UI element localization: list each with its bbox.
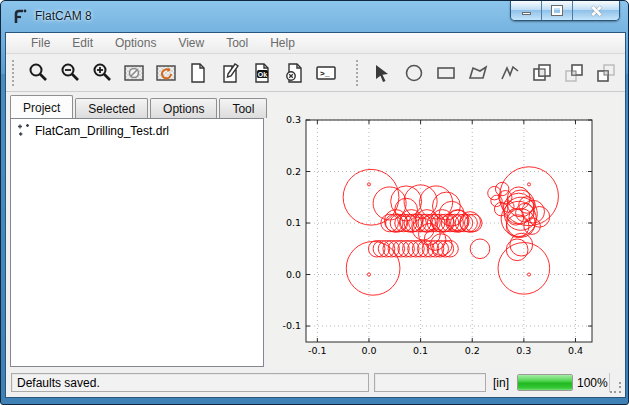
plot-figure[interactable]: -0.10.00.10.20.30.4-0.10.00.10.20.3 (268, 95, 623, 369)
polygon-icon (467, 62, 489, 84)
menu-help[interactable]: Help (259, 34, 306, 52)
tab-tool[interactable]: Tool (219, 98, 267, 118)
title-bar[interactable]: FlatCAM 8 (1, 1, 628, 32)
new-document-icon (187, 62, 209, 84)
cut-button[interactable] (590, 58, 622, 88)
cut-icon (595, 62, 617, 84)
flatcam-app-icon (12, 8, 29, 25)
tab-project[interactable]: Project (10, 95, 73, 118)
circle-icon (403, 62, 425, 84)
toolbar: Ok >_ (6, 55, 625, 92)
replot-button[interactable] (150, 58, 182, 88)
status-secondary-box (374, 373, 486, 392)
svg-text:0.2: 0.2 (286, 166, 301, 177)
cancel-document-icon (283, 62, 305, 84)
window-title: FlatCAM 8 (35, 9, 92, 23)
close-button[interactable] (573, 1, 619, 20)
menu-view[interactable]: View (167, 34, 215, 52)
minimize-icon (522, 12, 531, 15)
svg-text:0.3: 0.3 (516, 345, 531, 356)
draw-circle-button[interactable] (398, 58, 430, 88)
tab-selected[interactable]: Selected (75, 98, 148, 118)
units-label: [in] (493, 376, 509, 390)
minimize-button[interactable] (511, 1, 542, 20)
union-button[interactable] (526, 58, 558, 88)
menu-edit[interactable]: Edit (61, 34, 104, 52)
progress-bar (517, 374, 573, 391)
svg-text:-0.1: -0.1 (282, 320, 301, 331)
svg-text:0.1: 0.1 (286, 217, 301, 228)
close-icon (590, 5, 602, 17)
project-tree[interactable]: FlatCam_Drilling_Test.drl (10, 118, 264, 367)
draw-polygon-button[interactable] (462, 58, 494, 88)
clear-plot-button[interactable] (118, 58, 150, 88)
new-project-button[interactable] (182, 58, 214, 88)
cursor-arrow-icon (371, 62, 393, 84)
status-bar: Defaults saved. [in] 100% (6, 369, 625, 397)
magnifier-minus-icon (59, 62, 81, 84)
svg-text:-0.1: -0.1 (308, 345, 327, 356)
union-icon (531, 62, 553, 84)
svg-text:0.2: 0.2 (465, 345, 480, 356)
zoom-in-button[interactable] (86, 58, 118, 88)
subtract-icon (563, 62, 585, 84)
svg-text:0.0: 0.0 (286, 269, 301, 280)
grid-clear-icon (123, 62, 145, 84)
svg-text:0.0: 0.0 (361, 345, 376, 356)
shell-button[interactable]: >_ (310, 58, 342, 88)
zoom-out-button[interactable] (54, 58, 86, 88)
select-tool-button[interactable] (366, 58, 398, 88)
polyline-icon (499, 62, 521, 84)
subtract-button[interactable] (558, 58, 590, 88)
tab-bar: Project Selected Options Tool (10, 95, 269, 118)
main-area: Project Selected Options Tool (6, 93, 625, 371)
magnifier-icon (27, 62, 49, 84)
open-project-button[interactable] (214, 58, 246, 88)
cancel-defaults-button[interactable] (278, 58, 310, 88)
svg-text:0.4: 0.4 (568, 345, 583, 356)
menu-tool[interactable]: Tool (215, 34, 259, 52)
drill-plot-canvas[interactable]: -0.10.00.10.20.30.4-0.10.00.10.20.3 (268, 95, 625, 369)
magnifier-plus-icon (91, 62, 113, 84)
save-defaults-button[interactable]: Ok (246, 58, 278, 88)
toolbar-drag-handle[interactable] (12, 60, 18, 86)
draw-polyline-button[interactable] (494, 58, 526, 88)
zoom-fit-button[interactable] (22, 58, 54, 88)
toolbar-drag-handle-2[interactable] (356, 60, 362, 86)
left-panel: Project Selected Options Tool (10, 93, 266, 369)
progress-percent: 100% (577, 376, 608, 390)
draw-rectangle-button[interactable] (430, 58, 462, 88)
rectangle-icon (435, 62, 457, 84)
menu-file[interactable]: File (20, 34, 61, 52)
flatcam-window: FlatCAM 8 File Edit Options View Tool He… (0, 0, 629, 405)
svg-text:0.1: 0.1 (413, 345, 428, 356)
svg-text:Ok: Ok (258, 71, 267, 78)
svg-text:0.3: 0.3 (286, 114, 301, 125)
tree-item-drill-file[interactable]: FlatCam_Drilling_Test.drl (11, 119, 263, 140)
maximize-icon (552, 6, 562, 15)
maximize-button[interactable] (542, 1, 573, 20)
terminal-icon: >_ (315, 62, 337, 84)
menu-options[interactable]: Options (104, 34, 167, 52)
tree-item-label: FlatCam_Drilling_Test.drl (35, 124, 169, 138)
progress-fill (518, 375, 572, 390)
status-message-box: Defaults saved. (11, 373, 369, 392)
svg-text:>_: >_ (320, 69, 330, 78)
menu-bar: File Edit Options View Tool Help (6, 33, 625, 54)
status-message: Defaults saved. (17, 376, 100, 390)
resize-grip[interactable] (610, 382, 622, 394)
grid-replot-icon (155, 62, 177, 84)
edit-document-icon (219, 62, 241, 84)
drill-points-icon (15, 123, 30, 138)
ok-document-icon: Ok (251, 62, 273, 84)
tab-options[interactable]: Options (150, 98, 217, 118)
